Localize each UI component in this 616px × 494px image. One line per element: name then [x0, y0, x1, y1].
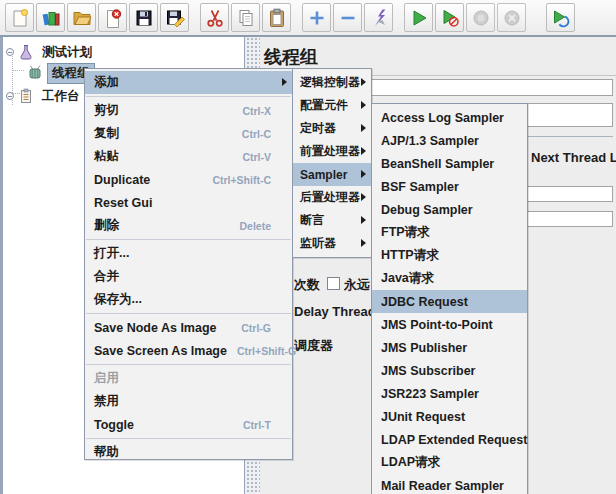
copy-button[interactable]: [231, 3, 260, 32]
expand-button[interactable]: [302, 3, 331, 32]
tree-node-workbench[interactable]: 工作台: [6, 87, 84, 105]
shutdown-icon: [502, 8, 522, 28]
paste-button[interactable]: [262, 3, 291, 32]
menu-separator: [86, 96, 291, 97]
menu-separator: [86, 239, 291, 240]
menu-item-sampler[interactable]: Sampler: [293, 163, 371, 186]
sampler-submenu: Access Log Sampler AJP/1.3 Sampler BeanS…: [371, 103, 528, 494]
menu-item-disable[interactable]: 禁用: [85, 390, 292, 413]
menu-item-java-request[interactable]: Java请求: [372, 267, 527, 290]
collapse-button[interactable]: [333, 3, 362, 32]
submenu-arrow-icon: [361, 216, 366, 224]
tree-node-label[interactable]: 测试计划: [38, 43, 96, 62]
tree-expand-handle[interactable]: [6, 48, 14, 56]
loop-count-label-fragment: 次数: [294, 276, 320, 294]
jmeter-window: 测试计划 线程组 工作台 线程组 Next Thread Lo 次数 永远 De…: [0, 0, 616, 494]
menu-item-jsr223-sampler[interactable]: JSR223 Sampler: [372, 382, 527, 405]
menu-item-ldap-extended-request[interactable]: LDAP Extended Request: [372, 428, 527, 451]
tree-expand-handle[interactable]: [6, 92, 14, 100]
menu-item-beanshell-sampler[interactable]: BeanShell Sampler: [372, 152, 527, 175]
menu-item-help[interactable]: 帮助: [85, 441, 292, 464]
arrow-swoosh-icon: [369, 8, 389, 28]
spool-icon: [27, 65, 43, 81]
new-button[interactable]: [5, 3, 34, 32]
submenu-arrow-icon: [361, 147, 366, 155]
menu-separator: [86, 364, 291, 365]
menu-item-save-node-as-image[interactable]: Save Node As ImageCtrl-G: [85, 316, 292, 339]
menu-item-copy[interactable]: 复制Ctrl-C: [85, 122, 292, 145]
cut-button[interactable]: [200, 3, 229, 32]
stop-button: [466, 3, 495, 32]
menu-item-cut[interactable]: 剪切Ctrl-X: [85, 99, 292, 122]
menu-item-add[interactable]: 添加: [85, 71, 292, 94]
menu-item-junit-request[interactable]: JUnit Request: [372, 405, 527, 428]
menu-item-debug-sampler[interactable]: Debug Sampler: [372, 198, 527, 221]
menu-item-jdbc-request[interactable]: JDBC Request: [372, 290, 527, 313]
menu-item-toggle[interactable]: ToggleCtrl-T: [85, 413, 292, 436]
submenu-arrow-icon: [282, 78, 287, 86]
menu-item-access-log-sampler[interactable]: Access Log Sampler: [372, 106, 527, 129]
menu-item-reset-gui[interactable]: Reset Gui: [85, 191, 292, 214]
templates-button[interactable]: [36, 3, 65, 32]
restart-button[interactable]: [546, 3, 575, 32]
menu-item-jms-subscriber[interactable]: JMS Subscriber: [372, 359, 527, 382]
submenu-arrow-icon: [361, 78, 366, 86]
menu-item-merge[interactable]: 合并: [85, 265, 292, 288]
menu-item-pre-processor[interactable]: 前置处理器: [293, 140, 371, 163]
cut-icon: [205, 8, 225, 28]
menu-item-ldap-request[interactable]: LDAP请求: [372, 451, 527, 474]
menu-separator: [86, 313, 291, 314]
menu-item-delete[interactable]: 删除Delete: [85, 214, 292, 237]
menu-item-jms-point-to-point[interactable]: JMS Point-to-Point: [372, 313, 527, 336]
add-submenu: 逻辑控制器 配置元件 定时器 前置处理器 Sampler 后置处理器 断言 监听…: [292, 68, 372, 258]
forever-checkbox[interactable]: [327, 277, 340, 290]
menu-item-ftp-request[interactable]: FTP请求: [372, 221, 527, 244]
menu-item-config-element[interactable]: 配置元件: [293, 94, 371, 117]
menu-item-ajp-sampler[interactable]: AJP/1.3 Sampler: [372, 129, 527, 152]
start-no-pauses-button[interactable]: [435, 3, 464, 32]
tree-node-label[interactable]: 工作台: [38, 87, 84, 106]
menu-item-bsf-sampler[interactable]: BSF Sampler: [372, 175, 527, 198]
shutdown-button: [497, 3, 526, 32]
menu-item-timer[interactable]: 定时器: [293, 117, 371, 140]
menu-item-save-screen-as-image[interactable]: Save Screen As ImageCtrl+Shift-G: [85, 339, 292, 362]
menu-item-jms-publisher[interactable]: JMS Publisher: [372, 336, 527, 359]
context-menu: 添加 剪切Ctrl-X 复制Ctrl-C 粘贴Ctrl-V DuplicateC…: [84, 68, 293, 460]
start-button[interactable]: [404, 3, 433, 32]
templates-icon: [41, 8, 61, 28]
menu-item-logic-controller[interactable]: 逻辑控制器: [293, 71, 371, 94]
forever-label[interactable]: 永远: [344, 276, 370, 294]
submenu-arrow-icon: [361, 101, 366, 109]
menu-item-assertion[interactable]: 断言: [293, 209, 371, 232]
open-folder-icon: [72, 8, 92, 28]
submenu-arrow-icon: [361, 193, 366, 201]
save-as-icon: [165, 8, 185, 28]
menu-item-listener[interactable]: 监听器: [293, 232, 371, 255]
submenu-arrow-icon: [361, 124, 366, 132]
menu-item-http-request[interactable]: HTTP请求: [372, 244, 527, 267]
toggle-button[interactable]: [364, 3, 393, 32]
restart-icon: [551, 8, 571, 28]
toolbar: [0, 0, 616, 37]
plus-icon: [307, 8, 327, 28]
delay-thread-label-fragment[interactable]: Delay Thread c: [294, 304, 374, 319]
close-button[interactable]: [98, 3, 127, 32]
stop-icon: [471, 8, 491, 28]
paste-icon: [267, 8, 287, 28]
save-button[interactable]: [129, 3, 158, 32]
menu-item-mail-reader-sampler[interactable]: Mail Reader Sampler: [372, 474, 527, 494]
menu-item-save-as[interactable]: 保存为...: [85, 288, 292, 311]
workbench-icon: [18, 88, 34, 104]
menu-item-paste[interactable]: 粘贴Ctrl-V: [85, 145, 292, 168]
new-file-icon: [10, 8, 30, 28]
menu-item-post-processor[interactable]: 后置处理器: [293, 186, 371, 209]
tree-node-test-plan[interactable]: 测试计划: [6, 43, 96, 61]
menu-item-duplicate[interactable]: DuplicateCtrl+Shift-C: [85, 168, 292, 191]
menu-item-open[interactable]: 打开...: [85, 242, 292, 265]
menu-item-enable: 启用: [85, 367, 292, 390]
save-as-button[interactable]: [160, 3, 189, 32]
open-button[interactable]: [67, 3, 96, 32]
play-no-pause-icon: [440, 8, 460, 28]
radio-label-fragment[interactable]: Next Thread Lo: [531, 150, 616, 165]
submenu-arrow-icon: [361, 170, 366, 178]
